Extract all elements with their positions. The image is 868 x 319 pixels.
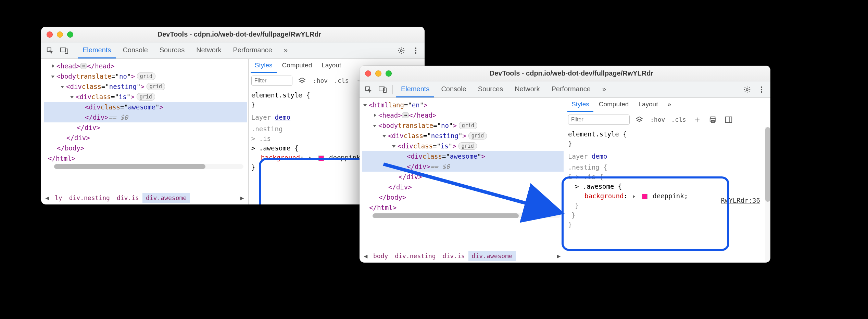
tab-network[interactable]: Network	[510, 81, 544, 97]
element-style-rule[interactable]: element.style { }	[568, 129, 768, 148]
dom-head[interactable]: <head>	[56, 61, 80, 71]
chevron-right-icon[interactable]: ▶	[238, 194, 246, 201]
subtabs-overflow[interactable]: »	[663, 98, 675, 112]
print-media-icon[interactable]	[707, 114, 719, 126]
expand-icon[interactable]	[309, 157, 312, 160]
main-tabs: Elements Console Sources Network Perform…	[360, 81, 770, 98]
dom-head[interactable]: <head>	[378, 110, 402, 120]
filter-input[interactable]	[568, 115, 630, 125]
grid-badge[interactable]: grid	[468, 132, 487, 139]
subtab-layout[interactable]: Layout	[634, 98, 662, 112]
v-scrollbar[interactable]	[765, 127, 770, 263]
collapsed-icon[interactable]: ⋯	[402, 112, 409, 118]
hov-button[interactable]: :hov	[312, 76, 329, 85]
grid-badge[interactable]: grid	[458, 142, 477, 150]
selector-matched[interactable]: > .awesome {	[568, 182, 768, 191]
source-link[interactable]: RwYLRdr:36	[721, 196, 760, 205]
subtab-computed[interactable]: Computed	[278, 59, 316, 73]
dom-html[interactable]: <html	[369, 100, 388, 110]
dom-div-is[interactable]: <div	[398, 141, 413, 151]
tab-console[interactable]: Console	[436, 81, 471, 97]
color-swatch-icon[interactable]	[318, 156, 324, 161]
cls-button[interactable]: .cls	[670, 115, 687, 124]
tab-performance[interactable]: Performance	[547, 81, 596, 97]
dom-tree[interactable]: <html lang="en"> <head> ⋯ </head> <body …	[360, 98, 565, 249]
close-icon[interactable]	[365, 70, 371, 77]
tab-network[interactable]: Network	[191, 42, 226, 58]
dom-div-nesting[interactable]: <div	[388, 131, 404, 141]
grid-badge[interactable]: grid	[137, 93, 155, 101]
kebab-icon[interactable]	[410, 44, 422, 57]
dom-div-nesting[interactable]: <div	[66, 81, 82, 92]
chevron-left-icon[interactable]: ◀	[43, 194, 51, 201]
tabs-overflow[interactable]: »	[279, 42, 292, 58]
breadcrumb: ◀ ly div.nesting div.is div.awesome ▶	[41, 191, 248, 204]
tabs-overflow[interactable]: »	[597, 81, 611, 97]
color-swatch-icon[interactable]	[642, 194, 647, 199]
device-toggle-icon[interactable]	[377, 83, 389, 96]
inspect-icon[interactable]	[362, 83, 375, 96]
svg-point-10	[746, 89, 748, 91]
filter-input[interactable]	[251, 76, 292, 86]
zoom-icon[interactable]	[386, 70, 392, 77]
layers-icon[interactable]	[296, 75, 308, 87]
crumb[interactable]: div.awesome	[468, 251, 516, 261]
dom-div-awesome[interactable]: <div	[407, 151, 423, 161]
plus-icon[interactable]: ＋	[691, 114, 703, 126]
crumb[interactable]: div.is	[439, 251, 468, 261]
grid-badge[interactable]: grid	[137, 72, 155, 80]
crumb[interactable]: div.is	[113, 193, 142, 203]
tab-console[interactable]: Console	[118, 42, 152, 58]
dom-div-awesome[interactable]: <div	[85, 102, 101, 112]
crumb[interactable]: div.nesting	[66, 193, 113, 203]
subtab-computed[interactable]: Computed	[595, 98, 633, 112]
dom-div-is[interactable]: <div	[76, 92, 91, 102]
h-scrollbar[interactable]	[373, 213, 560, 218]
minimize-icon[interactable]	[375, 70, 381, 77]
device-toggle-icon[interactable]	[58, 44, 71, 57]
svg-point-4	[415, 47, 416, 49]
panel-layout-icon[interactable]	[722, 114, 735, 126]
gear-icon[interactable]	[741, 83, 753, 96]
hov-button[interactable]: :hov	[649, 115, 666, 124]
gear-icon[interactable]	[395, 44, 407, 57]
chevron-left-icon[interactable]: ◀	[362, 252, 370, 260]
dom-body[interactable]: <body	[56, 71, 76, 81]
crumb[interactable]: div.nesting	[391, 251, 439, 261]
crumb[interactable]: div.awesome	[142, 193, 190, 203]
svg-point-6	[415, 52, 416, 53]
tab-performance[interactable]: Performance	[228, 42, 277, 58]
layers-icon[interactable]	[633, 114, 645, 126]
crumb[interactable]: body	[370, 251, 391, 261]
tab-elements[interactable]: Elements	[78, 42, 116, 58]
h-scrollbar[interactable]	[54, 164, 243, 169]
zoom-icon[interactable]	[67, 31, 73, 38]
tab-sources[interactable]: Sources	[473, 81, 508, 97]
subtab-styles[interactable]: Styles	[251, 59, 277, 73]
inspect-icon[interactable]	[44, 44, 56, 57]
chevron-right-icon[interactable]: ▶	[555, 252, 563, 260]
styles-pane: Styles Computed Layout » :hov .cls ＋	[565, 98, 770, 263]
expand-icon[interactable]	[633, 195, 635, 198]
cls-button[interactable]: .cls	[332, 76, 350, 85]
selector-ancestor: .nesting {	[568, 162, 768, 172]
subtab-styles[interactable]: Styles	[567, 98, 593, 112]
close-icon[interactable]	[47, 31, 53, 38]
tab-sources[interactable]: Sources	[155, 42, 189, 58]
svg-point-5	[415, 50, 416, 51]
minimize-icon[interactable]	[57, 31, 63, 38]
dom-body[interactable]: <body	[378, 120, 398, 131]
layer-link[interactable]: demo	[592, 152, 607, 160]
collapsed-icon[interactable]: ⋯	[80, 63, 87, 69]
subtab-layout[interactable]: Layout	[317, 59, 345, 73]
grid-badge[interactable]: grid	[459, 122, 477, 129]
crumb[interactable]: ly	[51, 193, 66, 203]
kebab-icon[interactable]	[755, 83, 768, 96]
elements-pane: <html lang="en"> <head> ⋯ </head> <body …	[360, 98, 565, 263]
dom-tree[interactable]: <head> ⋯ </head> <body translate="no"> g…	[41, 59, 248, 191]
tab-elements[interactable]: Elements	[396, 81, 434, 97]
grid-badge[interactable]: grid	[147, 83, 165, 90]
main-tabs: Elements Console Sources Network Perform…	[41, 42, 425, 59]
styles-rules[interactable]: element.style { } Layer demo RwYLRdr:36 …	[565, 127, 770, 263]
layer-link[interactable]: demo	[275, 114, 290, 121]
